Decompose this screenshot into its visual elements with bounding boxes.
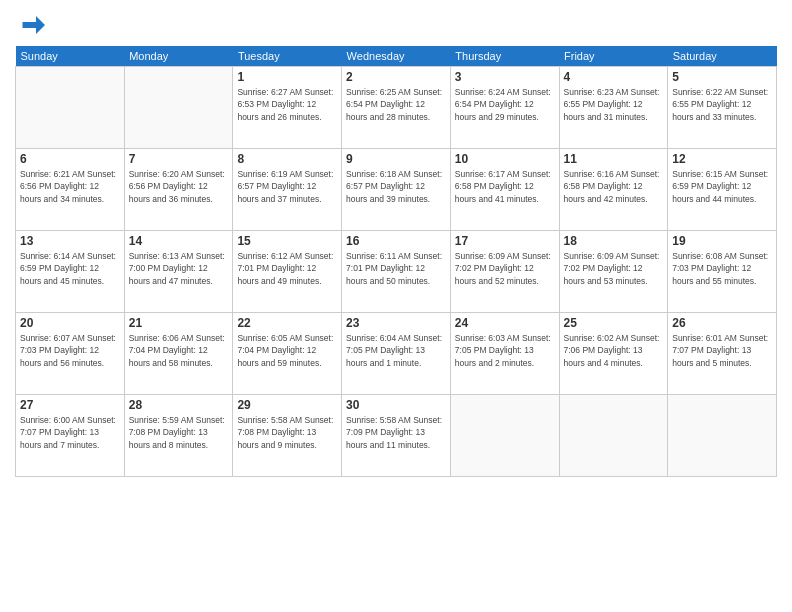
- header: [15, 10, 777, 40]
- day-number: 27: [20, 398, 120, 412]
- calendar-cell: 19Sunrise: 6:08 AM Sunset: 7:03 PM Dayli…: [668, 231, 777, 313]
- day-info: Sunrise: 5:58 AM Sunset: 7:08 PM Dayligh…: [237, 414, 337, 451]
- calendar-cell: 23Sunrise: 6:04 AM Sunset: 7:05 PM Dayli…: [342, 313, 451, 395]
- day-number: 23: [346, 316, 446, 330]
- calendar-cell: 26Sunrise: 6:01 AM Sunset: 7:07 PM Dayli…: [668, 313, 777, 395]
- day-number: 14: [129, 234, 229, 248]
- calendar-cell: 27Sunrise: 6:00 AM Sunset: 7:07 PM Dayli…: [16, 395, 125, 477]
- day-info: Sunrise: 6:22 AM Sunset: 6:55 PM Dayligh…: [672, 86, 772, 123]
- day-number: 10: [455, 152, 555, 166]
- weekday-header: Wednesday: [342, 46, 451, 67]
- calendar-cell: [124, 67, 233, 149]
- day-info: Sunrise: 6:25 AM Sunset: 6:54 PM Dayligh…: [346, 86, 446, 123]
- calendar-cell: [559, 395, 668, 477]
- calendar-cell: 13Sunrise: 6:14 AM Sunset: 6:59 PM Dayli…: [16, 231, 125, 313]
- calendar-cell: 17Sunrise: 6:09 AM Sunset: 7:02 PM Dayli…: [450, 231, 559, 313]
- calendar-cell: 15Sunrise: 6:12 AM Sunset: 7:01 PM Dayli…: [233, 231, 342, 313]
- day-info: Sunrise: 5:59 AM Sunset: 7:08 PM Dayligh…: [129, 414, 229, 451]
- calendar-cell: 25Sunrise: 6:02 AM Sunset: 7:06 PM Dayli…: [559, 313, 668, 395]
- calendar-cell: 7Sunrise: 6:20 AM Sunset: 6:56 PM Daylig…: [124, 149, 233, 231]
- calendar: SundayMondayTuesdayWednesdayThursdayFrid…: [15, 46, 777, 477]
- calendar-cell: 3Sunrise: 6:24 AM Sunset: 6:54 PM Daylig…: [450, 67, 559, 149]
- day-number: 17: [455, 234, 555, 248]
- logo-icon: [15, 10, 45, 40]
- calendar-cell: 14Sunrise: 6:13 AM Sunset: 7:00 PM Dayli…: [124, 231, 233, 313]
- day-number: 29: [237, 398, 337, 412]
- calendar-week-row: 13Sunrise: 6:14 AM Sunset: 6:59 PM Dayli…: [16, 231, 777, 313]
- day-info: Sunrise: 6:14 AM Sunset: 6:59 PM Dayligh…: [20, 250, 120, 287]
- day-info: Sunrise: 6:04 AM Sunset: 7:05 PM Dayligh…: [346, 332, 446, 369]
- day-number: 28: [129, 398, 229, 412]
- day-number: 22: [237, 316, 337, 330]
- day-info: Sunrise: 6:20 AM Sunset: 6:56 PM Dayligh…: [129, 168, 229, 205]
- weekday-header: Thursday: [450, 46, 559, 67]
- calendar-cell: 21Sunrise: 6:06 AM Sunset: 7:04 PM Dayli…: [124, 313, 233, 395]
- day-number: 9: [346, 152, 446, 166]
- day-number: 20: [20, 316, 120, 330]
- day-number: 12: [672, 152, 772, 166]
- day-number: 30: [346, 398, 446, 412]
- day-info: Sunrise: 6:12 AM Sunset: 7:01 PM Dayligh…: [237, 250, 337, 287]
- weekday-header-row: SundayMondayTuesdayWednesdayThursdayFrid…: [16, 46, 777, 67]
- day-info: Sunrise: 6:05 AM Sunset: 7:04 PM Dayligh…: [237, 332, 337, 369]
- day-info: Sunrise: 6:27 AM Sunset: 6:53 PM Dayligh…: [237, 86, 337, 123]
- day-info: Sunrise: 6:24 AM Sunset: 6:54 PM Dayligh…: [455, 86, 555, 123]
- calendar-cell: 29Sunrise: 5:58 AM Sunset: 7:08 PM Dayli…: [233, 395, 342, 477]
- day-info: Sunrise: 6:03 AM Sunset: 7:05 PM Dayligh…: [455, 332, 555, 369]
- day-info: Sunrise: 6:00 AM Sunset: 7:07 PM Dayligh…: [20, 414, 120, 451]
- day-info: Sunrise: 6:09 AM Sunset: 7:02 PM Dayligh…: [455, 250, 555, 287]
- day-number: 1: [237, 70, 337, 84]
- weekday-header: Monday: [124, 46, 233, 67]
- calendar-cell: 5Sunrise: 6:22 AM Sunset: 6:55 PM Daylig…: [668, 67, 777, 149]
- day-number: 21: [129, 316, 229, 330]
- day-number: 7: [129, 152, 229, 166]
- calendar-cell: 30Sunrise: 5:58 AM Sunset: 7:09 PM Dayli…: [342, 395, 451, 477]
- day-number: 5: [672, 70, 772, 84]
- calendar-week-row: 27Sunrise: 6:00 AM Sunset: 7:07 PM Dayli…: [16, 395, 777, 477]
- day-info: Sunrise: 6:17 AM Sunset: 6:58 PM Dayligh…: [455, 168, 555, 205]
- day-info: Sunrise: 6:18 AM Sunset: 6:57 PM Dayligh…: [346, 168, 446, 205]
- calendar-cell: 18Sunrise: 6:09 AM Sunset: 7:02 PM Dayli…: [559, 231, 668, 313]
- calendar-cell: [450, 395, 559, 477]
- calendar-week-row: 6Sunrise: 6:21 AM Sunset: 6:56 PM Daylig…: [16, 149, 777, 231]
- day-number: 11: [564, 152, 664, 166]
- weekday-header: Sunday: [16, 46, 125, 67]
- day-number: 26: [672, 316, 772, 330]
- calendar-cell: [668, 395, 777, 477]
- day-number: 13: [20, 234, 120, 248]
- day-info: Sunrise: 6:19 AM Sunset: 6:57 PM Dayligh…: [237, 168, 337, 205]
- calendar-cell: 24Sunrise: 6:03 AM Sunset: 7:05 PM Dayli…: [450, 313, 559, 395]
- calendar-cell: 4Sunrise: 6:23 AM Sunset: 6:55 PM Daylig…: [559, 67, 668, 149]
- day-number: 2: [346, 70, 446, 84]
- day-number: 25: [564, 316, 664, 330]
- day-info: Sunrise: 6:13 AM Sunset: 7:00 PM Dayligh…: [129, 250, 229, 287]
- calendar-cell: 28Sunrise: 5:59 AM Sunset: 7:08 PM Dayli…: [124, 395, 233, 477]
- weekday-header: Tuesday: [233, 46, 342, 67]
- day-number: 18: [564, 234, 664, 248]
- day-info: Sunrise: 6:07 AM Sunset: 7:03 PM Dayligh…: [20, 332, 120, 369]
- day-info: Sunrise: 6:11 AM Sunset: 7:01 PM Dayligh…: [346, 250, 446, 287]
- day-info: Sunrise: 6:21 AM Sunset: 6:56 PM Dayligh…: [20, 168, 120, 205]
- day-info: Sunrise: 6:08 AM Sunset: 7:03 PM Dayligh…: [672, 250, 772, 287]
- day-info: Sunrise: 6:23 AM Sunset: 6:55 PM Dayligh…: [564, 86, 664, 123]
- logo: [15, 10, 49, 40]
- day-number: 19: [672, 234, 772, 248]
- calendar-cell: 22Sunrise: 6:05 AM Sunset: 7:04 PM Dayli…: [233, 313, 342, 395]
- day-number: 6: [20, 152, 120, 166]
- day-info: Sunrise: 6:01 AM Sunset: 7:07 PM Dayligh…: [672, 332, 772, 369]
- calendar-cell: 11Sunrise: 6:16 AM Sunset: 6:58 PM Dayli…: [559, 149, 668, 231]
- day-number: 8: [237, 152, 337, 166]
- page: SundayMondayTuesdayWednesdayThursdayFrid…: [0, 0, 792, 612]
- calendar-cell: 2Sunrise: 6:25 AM Sunset: 6:54 PM Daylig…: [342, 67, 451, 149]
- day-number: 24: [455, 316, 555, 330]
- day-info: Sunrise: 6:06 AM Sunset: 7:04 PM Dayligh…: [129, 332, 229, 369]
- calendar-cell: [16, 67, 125, 149]
- weekday-header: Saturday: [668, 46, 777, 67]
- day-number: 16: [346, 234, 446, 248]
- day-number: 3: [455, 70, 555, 84]
- calendar-week-row: 1Sunrise: 6:27 AM Sunset: 6:53 PM Daylig…: [16, 67, 777, 149]
- calendar-cell: 6Sunrise: 6:21 AM Sunset: 6:56 PM Daylig…: [16, 149, 125, 231]
- calendar-cell: 1Sunrise: 6:27 AM Sunset: 6:53 PM Daylig…: [233, 67, 342, 149]
- calendar-cell: 12Sunrise: 6:15 AM Sunset: 6:59 PM Dayli…: [668, 149, 777, 231]
- day-number: 15: [237, 234, 337, 248]
